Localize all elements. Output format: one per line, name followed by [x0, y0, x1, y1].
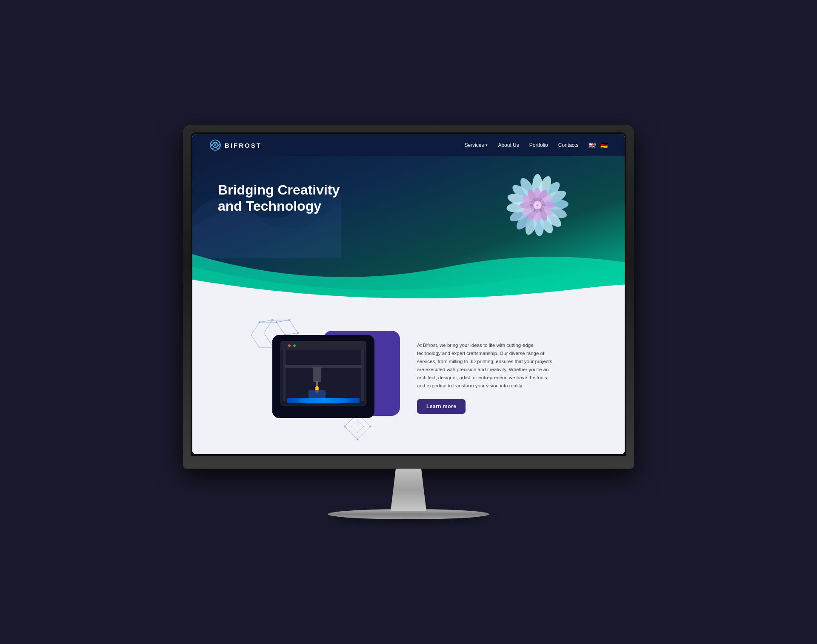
svg-point-4	[214, 144, 217, 146]
nav-portfolio[interactable]: Portfolio	[529, 142, 548, 148]
content-section: At Bifrost, we bring your ideas to life …	[192, 301, 625, 454]
svg-point-69	[357, 438, 358, 440]
printer-illustration	[272, 335, 374, 418]
monitor-bezel: BIFROST Services ▾ About Us Portfolio	[191, 132, 626, 456]
hero-wave-icon	[192, 254, 625, 301]
hero-flower-decoration	[501, 169, 574, 241]
svg-line-39	[277, 320, 289, 322]
lang-de-flag[interactable]: 🇩🇪	[600, 142, 608, 149]
svg-rect-52	[361, 350, 364, 401]
svg-point-41	[259, 321, 260, 323]
learn-more-button[interactable]: Learn more	[417, 399, 466, 414]
svg-rect-53	[285, 365, 362, 368]
navbar: BIFROST Services ▾ About Us Portfolio	[192, 134, 625, 156]
hero-title-block: Bridging Creativity and Technology	[218, 182, 340, 215]
svg-point-68	[369, 426, 371, 427]
svg-point-45	[271, 319, 273, 321]
text-area: At Bifrost, we bring your ideas to life …	[417, 341, 553, 414]
svg-point-42	[276, 321, 277, 323]
svg-point-66	[344, 426, 346, 427]
hero-title: Bridging Creativity and Technology	[218, 182, 340, 215]
svg-rect-51	[283, 350, 286, 401]
machine-image	[272, 335, 374, 418]
nav-links: Services ▾ About Us Portfolio Contacts	[464, 142, 608, 149]
svg-point-35	[536, 204, 539, 206]
svg-point-46	[289, 319, 290, 321]
language-switcher: 🇬🇧 | 🇩🇪	[588, 142, 608, 149]
svg-point-61	[288, 344, 291, 347]
lang-en-flag[interactable]: 🇬🇧	[588, 142, 596, 149]
nav-services[interactable]: Services ▾	[464, 142, 488, 148]
monitor-neck	[383, 469, 434, 511]
image-area	[264, 326, 391, 429]
services-chevron-icon: ▾	[486, 143, 488, 147]
logo-text: BIFROST	[225, 142, 262, 149]
monitor-wrapper: BIFROST Services ▾ About Us Portfolio	[174, 125, 643, 519]
svg-point-62	[293, 344, 296, 347]
svg-line-38	[260, 320, 272, 322]
svg-marker-65	[351, 420, 364, 433]
svg-rect-60	[309, 390, 326, 398]
lang-separator: |	[597, 143, 599, 148]
description-text: At Bifrost, we bring your ideas to life …	[417, 341, 553, 390]
nav-contacts[interactable]: Contacts	[558, 142, 578, 148]
svg-point-63	[298, 398, 349, 404]
nav-about[interactable]: About Us	[498, 142, 519, 148]
machine-image-inner	[272, 335, 374, 418]
screen: BIFROST Services ▾ About Us Portfolio	[192, 134, 625, 454]
svg-point-47	[297, 332, 299, 334]
hero-section: Bridging Creativity and Technology	[192, 156, 625, 301]
logo-icon	[209, 139, 221, 151]
logo-area: BIFROST	[209, 139, 262, 151]
flower-icon	[501, 169, 574, 241]
monitor-frame: BIFROST Services ▾ About Us Portfolio	[183, 125, 634, 469]
svg-rect-54	[313, 367, 321, 382]
